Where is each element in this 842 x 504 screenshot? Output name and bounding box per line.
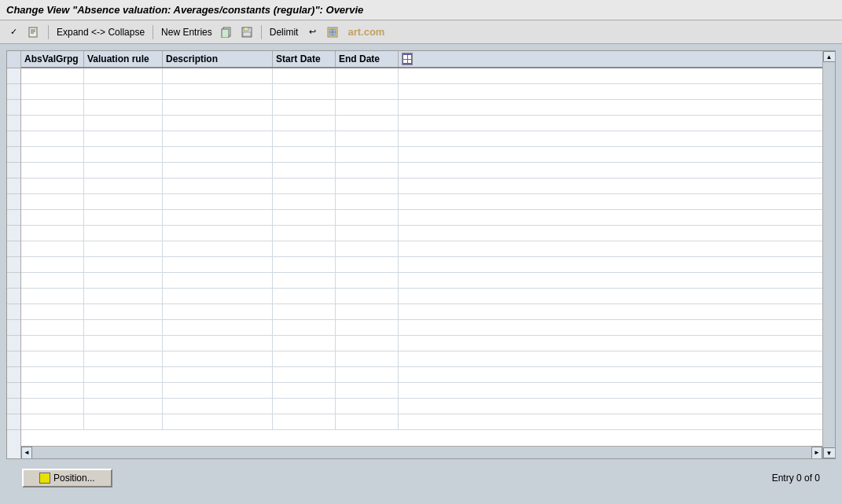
hscroll-right-btn[interactable]: ►	[811, 447, 822, 459]
table-row[interactable]	[21, 367, 822, 383]
column-chooser-icon[interactable]	[402, 53, 413, 65]
row-sel-15[interactable]	[7, 289, 20, 304]
title-bar: Change View "Absence valuation: Averages…	[0, 0, 842, 20]
row-sel-19[interactable]	[7, 351, 20, 367]
data-area: AbsValGrpg Valuation rule Description St…	[21, 51, 822, 458]
scroll-down-btn[interactable]: ▼	[823, 447, 836, 458]
table-row[interactable]	[21, 257, 822, 273]
row-sel-14[interactable]	[7, 273, 20, 289]
col-header-icon	[399, 51, 416, 67]
separator-1	[48, 25, 49, 39]
separator-3	[261, 25, 262, 39]
table-row[interactable]	[21, 351, 822, 367]
table-header: AbsValGrpg Valuation rule Description St…	[21, 51, 822, 68]
hscroll-left-btn[interactable]: ◄	[21, 447, 32, 459]
checkmark-btn[interactable]: ✓	[5, 25, 22, 39]
table-row[interactable]	[21, 273, 822, 289]
row-sel-12[interactable]	[7, 241, 20, 257]
table-row[interactable]	[21, 194, 822, 210]
status-bar: Position... Entry 0 of 0	[6, 462, 836, 494]
row-sel-2[interactable]	[7, 84, 20, 100]
table-row[interactable]	[21, 84, 822, 100]
table-row[interactable]	[21, 320, 822, 336]
toolbar: ✓ Expand <-> Collapse New Entries	[0, 20, 842, 44]
table-container: AbsValGrpg Valuation rule Description St…	[6, 50, 836, 459]
row-sel-13[interactable]	[7, 257, 20, 273]
row-sel-16[interactable]	[7, 304, 20, 320]
svg-rect-5	[222, 29, 229, 38]
table-row[interactable]	[21, 336, 822, 351]
table-row[interactable]	[21, 100, 822, 116]
row-sel-18[interactable]	[7, 336, 20, 351]
row-sel-6[interactable]	[7, 147, 20, 163]
svg-rect-11	[333, 29, 336, 32]
extra-btn[interactable]	[324, 25, 341, 39]
row-selector-header	[7, 51, 20, 68]
table-row[interactable]	[21, 210, 822, 226]
separator-2	[153, 25, 153, 39]
horizontal-scrollbar[interactable]: ◄ ►	[21, 446, 822, 458]
row-sel-3[interactable]	[7, 100, 20, 116]
expand-collapse-label: Expand <-> Collapse	[57, 27, 145, 38]
position-label: Position...	[53, 473, 95, 484]
col-header-absvalgrp: AbsValGrpg	[21, 51, 84, 67]
svg-rect-8	[243, 32, 251, 36]
row-sel-8[interactable]	[7, 178, 20, 194]
table-row[interactable]	[21, 383, 822, 399]
hscroll-track[interactable]	[32, 447, 811, 458]
new-entries-btn[interactable]: New Entries	[159, 26, 215, 39]
table-row[interactable]	[21, 116, 822, 131]
row-sel-22[interactable]	[7, 399, 20, 414]
row-sel-17[interactable]	[7, 320, 20, 336]
row-sel-1[interactable]	[7, 68, 20, 84]
row-sel-10[interactable]	[7, 210, 20, 226]
table-row[interactable]	[21, 289, 822, 304]
row-sel-5[interactable]	[7, 131, 20, 147]
table-row[interactable]	[21, 304, 822, 320]
row-sel-4[interactable]	[7, 116, 20, 131]
copy-btn[interactable]	[218, 25, 235, 39]
table-row[interactable]	[21, 178, 822, 194]
row-sel-21[interactable]	[7, 383, 20, 399]
expand-collapse-btn[interactable]: Expand <-> Collapse	[54, 26, 147, 39]
undo-icon: ↩	[306, 26, 318, 39]
refresh-icon	[28, 26, 40, 39]
row-sel-20[interactable]	[7, 367, 20, 383]
save-btn[interactable]	[238, 25, 256, 39]
entry-count: Entry 0 of 0	[772, 473, 820, 484]
table-row[interactable]	[21, 68, 822, 84]
col-header-startdate: Start Date	[273, 51, 336, 67]
col-header-desc: Description	[163, 51, 273, 67]
checkmark-icon: ✓	[7, 26, 20, 39]
row-sel-9[interactable]	[7, 194, 20, 210]
title-text: Change View "Absence valuation: Averages…	[6, 4, 363, 16]
svg-rect-10	[329, 29, 333, 32]
col-header-valrule: Valuation rule	[84, 51, 163, 67]
svg-rect-12	[329, 32, 333, 35]
watermark-text: art.com	[347, 26, 384, 38]
table-row[interactable]	[21, 163, 822, 178]
row-selector-col	[7, 51, 21, 458]
table-row[interactable]	[21, 131, 822, 147]
delimit-btn[interactable]: Delimit	[267, 26, 301, 39]
vertical-scrollbar[interactable]: ▲ ▼	[822, 51, 835, 458]
svg-rect-13	[333, 32, 336, 35]
save-icon	[241, 26, 253, 39]
extra-icon	[326, 26, 339, 39]
refresh-btn[interactable]	[25, 25, 42, 39]
table-row[interactable]	[21, 399, 822, 414]
svg-rect-7	[244, 28, 248, 31]
row-sel-23[interactable]	[7, 414, 20, 430]
undo-btn[interactable]: ↩	[303, 25, 321, 39]
row-sel-7[interactable]	[7, 163, 20, 178]
table-row[interactable]	[21, 226, 822, 241]
position-button[interactable]: Position...	[22, 469, 112, 487]
table-row[interactable]	[21, 241, 822, 257]
table-body	[21, 68, 822, 446]
scroll-track	[823, 62, 835, 447]
row-sel-11[interactable]	[7, 226, 20, 241]
svg-rect-0	[29, 28, 37, 37]
table-row[interactable]	[21, 414, 822, 430]
scroll-up-btn[interactable]: ▲	[823, 51, 836, 62]
table-row[interactable]	[21, 147, 822, 163]
